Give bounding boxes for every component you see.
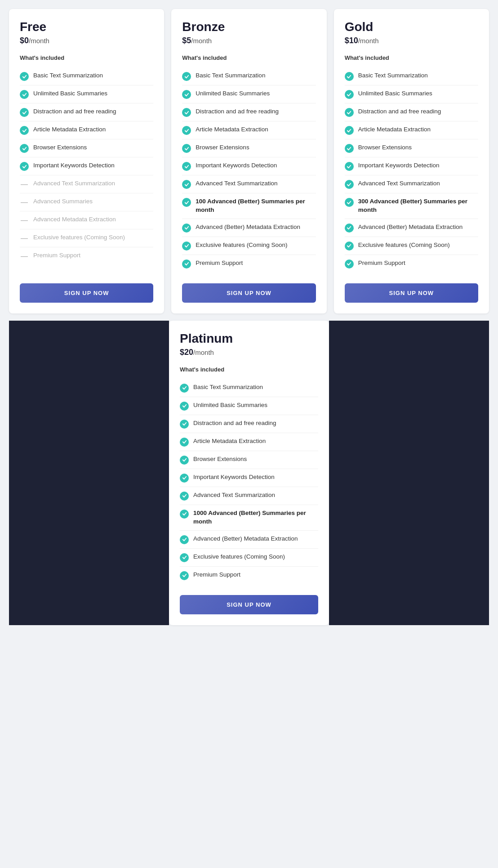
dark-right: [329, 321, 489, 625]
check-icon: [345, 90, 354, 99]
feature-item: — Premium Support: [20, 247, 153, 265]
what-included-label: What's included: [180, 366, 318, 373]
feature-item: Browser Extensions: [182, 139, 316, 157]
feature-item: Exclusive features (Coming Soon): [180, 549, 318, 567]
check-icon: [20, 108, 29, 117]
feature-item: — Advanced Metadata Extraction: [20, 211, 153, 229]
feature-item: Important Keywords Detection: [180, 469, 318, 487]
feature-text: Premium Support: [193, 571, 240, 579]
check-icon: [20, 126, 29, 135]
check-icon: [20, 72, 29, 81]
feature-item: Basic Text Summarization: [20, 67, 153, 85]
feature-text: Article Metadata Extraction: [193, 437, 266, 446]
feature-text: Distraction and ad free reading: [193, 419, 276, 428]
feature-text: Article Metadata Extraction: [33, 125, 106, 134]
plan-price-amount: $20: [180, 348, 193, 357]
check-icon: [182, 180, 191, 189]
plan-price: $10/month: [345, 36, 478, 45]
signup-button[interactable]: SIGN UP NOW: [180, 595, 318, 614]
signup-button[interactable]: SIGN UP NOW: [182, 283, 316, 303]
feature-text: Basic Text Summarization: [196, 72, 265, 80]
feature-text: Exclusive features (Coming Soon): [33, 233, 125, 242]
feature-item: Distraction and ad free reading: [345, 103, 478, 121]
check-icon: [180, 456, 189, 465]
feature-text: Unlimited Basic Summaries: [193, 401, 267, 410]
feature-text: Important Keywords Detection: [358, 161, 440, 170]
feature-item: Browser Extensions: [20, 139, 153, 157]
feature-text: 100 Advanced (Better) Summaries per mont…: [196, 197, 316, 215]
check-icon: [180, 438, 189, 447]
plan-card-gold: Gold $10/month What's included Basic Tex…: [334, 9, 489, 313]
feature-item: Article Metadata Extraction: [345, 121, 478, 139]
check-icon: [182, 126, 191, 135]
plan-price-amount: $5: [182, 36, 191, 45]
feature-text: Advanced Text Summarization: [196, 179, 277, 188]
feature-text: Browser Extensions: [196, 143, 249, 152]
feature-text: Advanced Text Summarization: [33, 179, 115, 188]
feature-text: Unlimited Basic Summaries: [196, 89, 270, 98]
feature-item: — Advanced Text Summarization: [20, 175, 153, 193]
check-icon: [345, 198, 354, 207]
feature-item: Advanced Text Summarization: [180, 487, 318, 505]
signup-button[interactable]: SIGN UP NOW: [20, 283, 153, 303]
feature-item: Premium Support: [182, 255, 316, 273]
plan-name: Bronze: [182, 20, 316, 34]
dash-icon: —: [20, 234, 29, 243]
feature-item: Browser Extensions: [345, 139, 478, 157]
feature-text: 1000 Advanced (Better) Summaries per mon…: [193, 509, 318, 526]
check-icon: [180, 553, 189, 562]
plan-price-amount: $0: [20, 36, 29, 45]
check-icon: [182, 198, 191, 207]
feature-text: Browser Extensions: [358, 143, 412, 152]
plan-price: $20/month: [180, 348, 318, 357]
feature-list: Basic Text Summarization Unlimited Basic…: [180, 379, 318, 584]
feature-text: Exclusive features (Coming Soon): [358, 241, 450, 250]
feature-text: Article Metadata Extraction: [358, 125, 431, 134]
plan-price: $5/month: [182, 36, 316, 45]
bottom-plans-section: Platinum $20/month What's included Basic…: [9, 321, 489, 625]
feature-text: Browser Extensions: [33, 143, 87, 152]
signup-button[interactable]: SIGN UP NOW: [345, 283, 478, 303]
check-icon: [182, 90, 191, 99]
feature-text: Distraction and ad free reading: [33, 107, 116, 116]
dash-icon: —: [20, 216, 29, 225]
plan-card-free: Free $0/month What's included Basic Text…: [9, 9, 164, 313]
dark-left: [9, 321, 169, 625]
feature-text: Advanced Summaries: [33, 197, 93, 206]
feature-item: — Advanced Summaries: [20, 193, 153, 211]
pricing-page: Free $0/month What's included Basic Text…: [0, 0, 498, 634]
feature-item: 1000 Advanced (Better) Summaries per mon…: [180, 505, 318, 531]
feature-text: Advanced Text Summarization: [358, 179, 440, 188]
check-icon: [20, 162, 29, 171]
what-included-label: What's included: [20, 54, 153, 61]
what-included-label: What's included: [345, 54, 478, 61]
feature-text: Exclusive features (Coming Soon): [196, 241, 287, 250]
feature-item: Unlimited Basic Summaries: [20, 85, 153, 103]
feature-text: Premium Support: [196, 259, 243, 268]
plan-card-platinum: Platinum $20/month What's included Basic…: [169, 321, 329, 625]
check-icon: [345, 260, 354, 268]
feature-item: Article Metadata Extraction: [20, 121, 153, 139]
feature-item: Premium Support: [345, 255, 478, 273]
check-icon: [180, 402, 189, 411]
feature-list: Basic Text Summarization Unlimited Basic…: [182, 67, 316, 273]
dash-icon: —: [20, 180, 29, 189]
feature-text: Advanced Metadata Extraction: [33, 215, 116, 224]
feature-text: Distraction and ad free reading: [196, 107, 279, 116]
check-icon: [345, 144, 354, 153]
dash-icon: —: [20, 198, 29, 207]
top-plans-row: Free $0/month What's included Basic Text…: [9, 9, 489, 313]
feature-text: Advanced Text Summarization: [193, 491, 275, 500]
check-icon: [182, 242, 191, 251]
feature-text: Important Keywords Detection: [193, 473, 275, 482]
feature-item: Important Keywords Detection: [20, 157, 153, 175]
check-icon: [180, 492, 189, 501]
what-included-label: What's included: [182, 54, 316, 61]
feature-item: 100 Advanced (Better) Summaries per mont…: [182, 193, 316, 219]
dash-icon: —: [20, 252, 29, 261]
check-icon: [180, 571, 189, 580]
feature-list: Basic Text Summarization Unlimited Basic…: [20, 67, 153, 273]
check-icon: [180, 474, 189, 483]
check-icon: [182, 224, 191, 233]
feature-item: Basic Text Summarization: [180, 379, 318, 397]
